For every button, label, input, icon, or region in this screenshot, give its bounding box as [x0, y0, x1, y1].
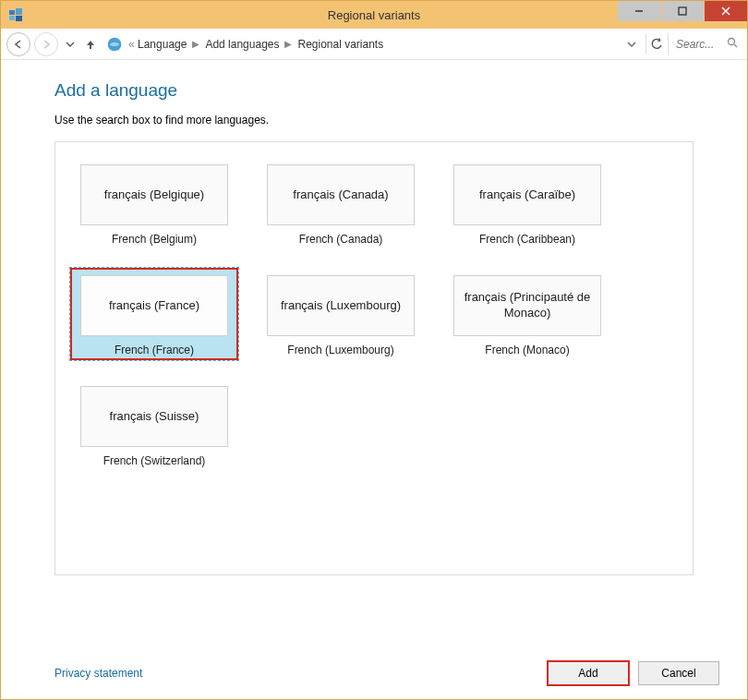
- window-buttons: [617, 1, 747, 21]
- address-dropdown[interactable]: [625, 40, 638, 49]
- svg-rect-2: [9, 16, 15, 20]
- language-variant-item[interactable]: français (Caraïbe)French (Caribbean): [443, 157, 611, 249]
- language-caption: French (France): [115, 344, 194, 356]
- search-icon[interactable]: [727, 37, 738, 51]
- privacy-link[interactable]: Privacy statement: [54, 667, 142, 680]
- search-box[interactable]: [668, 33, 742, 55]
- maximize-button[interactable]: [661, 1, 704, 21]
- language-tile[interactable]: français (France): [80, 275, 228, 336]
- language-caption: French (Luxembourg): [287, 344, 393, 356]
- content-area: Add a language Use the search box to fin…: [1, 60, 747, 647]
- svg-line-10: [734, 44, 737, 47]
- close-button[interactable]: [705, 1, 747, 21]
- svg-rect-3: [16, 16, 22, 21]
- cancel-button[interactable]: Cancel: [638, 661, 719, 685]
- add-button[interactable]: Add: [548, 661, 629, 685]
- language-caption: French (Monaco): [485, 344, 569, 356]
- svg-rect-0: [9, 10, 15, 15]
- language-caption: French (Caribbean): [479, 233, 575, 246]
- language-tile[interactable]: français (Suisse): [80, 386, 228, 447]
- language-variant-item[interactable]: français (Principauté de Monaco)French (…: [443, 268, 611, 360]
- language-variant-item[interactable]: français (Luxembourg)French (Luxembourg): [257, 268, 425, 360]
- footer: Privacy statement Add Cancel: [1, 647, 747, 699]
- chevron-right-icon: ▶: [192, 39, 199, 49]
- language-variant-item[interactable]: français (Canada)French (Canada): [257, 157, 425, 249]
- language-tile[interactable]: français (Canada): [267, 164, 415, 225]
- svg-rect-1: [16, 8, 22, 15]
- language-tile[interactable]: français (Caraïbe): [453, 164, 601, 225]
- refresh-button[interactable]: [645, 34, 666, 54]
- minimize-button[interactable]: [618, 1, 660, 21]
- chevron-right-icon: ▶: [284, 39, 292, 49]
- breadcrumb-level1[interactable]: Language: [128, 38, 187, 51]
- nav-bar: Language ▶ Add languages ▶ Regional vari…: [1, 29, 747, 60]
- history-dropdown[interactable]: [64, 38, 77, 51]
- language-caption: French (Switzerland): [103, 454, 206, 467]
- page-subtext: Use the search box to find more language…: [54, 114, 694, 127]
- language-caption: French (Belgium): [112, 233, 197, 246]
- breadcrumb-level3[interactable]: Regional variants: [297, 38, 383, 51]
- language-caption: French (Canada): [299, 233, 383, 246]
- back-button[interactable]: [6, 32, 30, 56]
- language-list: français (Belgique)French (Belgium)franç…: [54, 141, 694, 575]
- search-input[interactable]: [674, 37, 720, 52]
- language-tile[interactable]: français (Principauté de Monaco): [453, 275, 601, 336]
- title-bar: Regional variants: [1, 1, 747, 29]
- page-title: Add a language: [54, 80, 694, 101]
- language-variant-item[interactable]: français (Belgique)French (Belgium): [70, 157, 238, 249]
- language-tile[interactable]: français (Luxembourg): [267, 275, 415, 336]
- breadcrumb-level2[interactable]: Add languages: [205, 38, 279, 51]
- control-panel-icon[interactable]: [106, 36, 123, 53]
- svg-point-9: [729, 39, 735, 45]
- window-frame: Regional variants: [0, 0, 748, 700]
- forward-button[interactable]: [34, 32, 58, 56]
- language-variant-item[interactable]: français (Suisse)French (Switzerland): [70, 379, 238, 471]
- app-icon: [8, 7, 23, 22]
- up-button[interactable]: [80, 34, 101, 54]
- annotation-highlight: [547, 660, 630, 686]
- language-tile[interactable]: français (Belgique): [80, 164, 228, 225]
- svg-rect-5: [679, 7, 686, 15]
- language-variant-item[interactable]: français (France)French (France): [70, 268, 238, 360]
